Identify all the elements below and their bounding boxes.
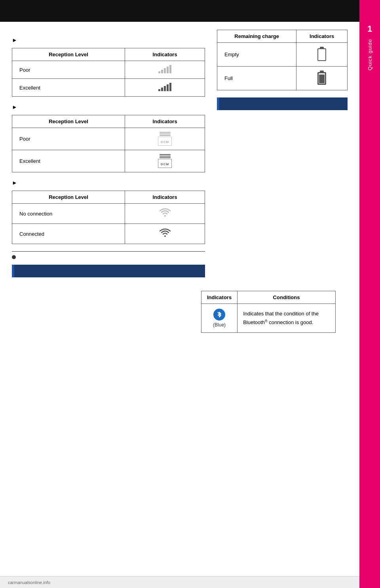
table3-row2-indicator: [125, 224, 205, 244]
dcm-poor-icon: DCM: [131, 132, 199, 146]
table5-row1-indicator: (Blue): [201, 304, 238, 333]
table-bluetooth: Indicators Conditions (Blue): [201, 291, 336, 333]
battery-full-icon: [317, 71, 326, 85]
table4-row1-indicator: [296, 43, 348, 67]
section-header-2: ►: [12, 104, 205, 110]
blue-note-box-left: [12, 265, 205, 277]
battery-empty-icon: [317, 47, 326, 61]
table1-header1: Reception Level: [12, 48, 125, 61]
svg-point-0: [164, 215, 166, 217]
table1-row1-level: Poor: [12, 61, 125, 79]
bluetooth-circle-icon: [213, 309, 225, 321]
table3-header2: Indicators: [125, 191, 205, 204]
bullet-item: [12, 254, 205, 259]
right-sidebar: 1 Quick guide: [359, 0, 380, 588]
sidebar-label: Quick guide: [367, 39, 373, 71]
right-column: Remaining charge Indicators Empty: [217, 30, 348, 283]
table5-header2: Conditions: [238, 291, 336, 304]
table1-header2: Indicators: [125, 48, 205, 61]
table-row: Full: [217, 67, 348, 90]
main-content: ► Reception Level Indicators Poor: [0, 22, 359, 341]
left-column: ► Reception Level Indicators Poor: [12, 30, 205, 283]
table4-row1-level: Empty: [217, 43, 296, 67]
footer-bar: carmanualsonline.info: [0, 576, 359, 588]
svg-point-1: [164, 235, 166, 237]
table2-header2: Indicators: [125, 115, 205, 128]
blue-note-box-right: [217, 97, 348, 110]
triangle-icon-1: ►: [12, 37, 17, 43]
table-row: (Blue) Indicates that the condition of t…: [201, 304, 336, 333]
table2-row2-indicator: DCM: [125, 150, 205, 172]
table3-row1-indicator: [125, 204, 205, 224]
table2-row1-indicator: DCM: [125, 128, 205, 150]
footer-url: carmanualsonline.info: [8, 580, 50, 585]
bluetooth-label: (Blue): [213, 322, 226, 328]
table-row: Excellent DCM: [12, 150, 205, 172]
bottom-section: Indicators Conditions (Blue): [12, 291, 348, 333]
table5-header1: Indicators: [201, 291, 238, 304]
table1-row2-level: Excellent: [12, 79, 125, 97]
table4-header1: Remaining charge: [217, 30, 296, 43]
top-bar: [0, 0, 380, 22]
table-row: Connected: [12, 224, 205, 244]
triangle-icon-3: ►: [12, 179, 17, 186]
table4-row2-indicator: [296, 67, 348, 90]
table1-row1-indicator: [125, 61, 205, 79]
table3-header1: Reception Level: [12, 191, 125, 204]
table1-row2-indicator: [125, 79, 205, 97]
table4-header2: Indicators: [296, 30, 348, 43]
wifi-noconnection-icon: [159, 208, 171, 220]
table-row: Empty: [217, 43, 348, 67]
table2-header1: Reception Level: [12, 115, 125, 128]
table2-row1-level: Poor: [12, 128, 125, 150]
table-row: Excellent: [12, 79, 205, 97]
bluetooth-icon: (Blue): [207, 309, 232, 328]
table-wifi: Reception Level Indicators No connection: [12, 191, 205, 244]
table-dcm: Reception Level Indicators Poor: [12, 115, 205, 172]
bullet-circle-icon: [12, 255, 16, 259]
table-battery: Remaining charge Indicators Empty: [217, 30, 348, 90]
signal-excellent-icon: [158, 83, 171, 91]
table-row: Poor DCM: [12, 128, 205, 150]
table3-row1-level: No connection: [12, 204, 125, 224]
two-col-layout: ► Reception Level Indicators Poor: [12, 30, 348, 283]
divider: [12, 251, 205, 252]
triangle-icon-2: ►: [12, 104, 17, 110]
signal-poor-icon: [158, 65, 171, 73]
table2-row2-level: Excellent: [12, 150, 125, 172]
section-header-1: ►: [12, 37, 205, 43]
table4-row2-level: Full: [217, 67, 296, 90]
condition-text: Indicates that the condition of the Blue…: [243, 311, 319, 325]
table-row: No connection: [12, 204, 205, 224]
table3-row2-level: Connected: [12, 224, 125, 244]
table-row: Poor: [12, 61, 205, 79]
wifi-connected-icon: [159, 228, 171, 240]
table5-row1-condition: Indicates that the condition of the Blue…: [238, 304, 336, 333]
table-signal-phone: Reception Level Indicators Poor: [12, 48, 205, 97]
dcm-excellent-icon: DCM: [131, 154, 199, 168]
section-header-3: ►: [12, 179, 205, 186]
chapter-number: 1: [367, 24, 372, 34]
